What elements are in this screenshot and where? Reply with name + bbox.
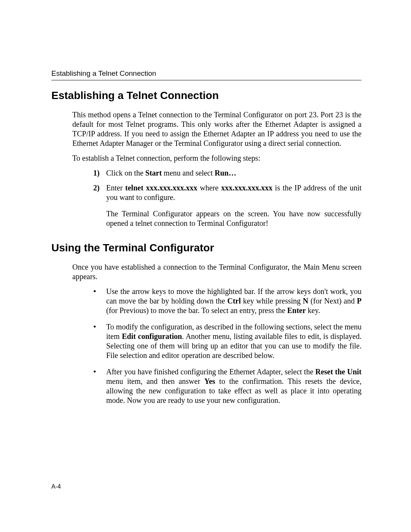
bold-run: P bbox=[357, 297, 362, 305]
step-number: 1) bbox=[93, 168, 106, 178]
bold-run: Enter bbox=[287, 306, 306, 315]
list-item: • Use the arrow keys to move the highlig… bbox=[93, 287, 362, 315]
bold-run: Run… bbox=[215, 169, 236, 177]
steps-list: 1) Click on the Start menu and select Ru… bbox=[93, 168, 362, 202]
page: Establishing a Telnet Connection Establi… bbox=[0, 0, 411, 532]
bullet-text: Use the arrow keys to move the highlight… bbox=[106, 287, 362, 315]
bold-run: N bbox=[303, 297, 308, 305]
bullet-text: After you have finished configuring the … bbox=[106, 367, 362, 405]
text-run: menu item, and then answer bbox=[106, 377, 204, 385]
bullet-icon: • bbox=[93, 367, 106, 405]
page-number: A-4 bbox=[51, 483, 61, 490]
text-run: menu and select bbox=[162, 169, 215, 177]
section1-body: This method opens a Telnet connection to… bbox=[72, 110, 362, 228]
header-rule bbox=[51, 80, 362, 80]
bullet-list: • Use the arrow keys to move the highlig… bbox=[93, 287, 362, 405]
text-run: where bbox=[198, 184, 221, 192]
bold-run: xxx.xxx.xxx.xxx bbox=[221, 184, 272, 192]
bullet-text: To modify the configuration, as describe… bbox=[106, 322, 362, 360]
step-item: 1) Click on the Start menu and select Ru… bbox=[93, 168, 362, 178]
text-run: (for Next) and bbox=[308, 297, 357, 305]
text-run: Enter bbox=[106, 184, 125, 192]
step-text: Click on the Start menu and select Run… bbox=[106, 168, 362, 178]
bold-run: Ctrl bbox=[227, 297, 241, 305]
text-run: After you have finished configuring the … bbox=[106, 367, 315, 376]
section-heading-terminal: Using the Terminal Configurator bbox=[51, 242, 362, 254]
list-item: • To modify the configuration, as descri… bbox=[93, 322, 362, 360]
section2-intro: Once you have established a connection t… bbox=[72, 262, 362, 281]
list-item: • After you have finished configuring th… bbox=[93, 367, 362, 405]
step-item: 2) Enter telnet xxx.xxx.xxx.xxx where xx… bbox=[93, 183, 362, 202]
step-number: 2) bbox=[93, 183, 106, 202]
bold-run: Yes bbox=[204, 377, 215, 385]
text-run: Click on the bbox=[106, 169, 145, 177]
bold-run: Reset the Unit bbox=[315, 367, 362, 376]
section1-intro: This method opens a Telnet connection to… bbox=[72, 110, 362, 148]
section1-lead-in: To establish a Telnet connection, perfor… bbox=[72, 153, 362, 163]
bold-run: Start bbox=[145, 169, 162, 177]
text-run: key. bbox=[306, 306, 320, 315]
step-text: Enter telnet xxx.xxx.xxx.xxx where xxx.x… bbox=[106, 183, 362, 202]
running-header: Establishing a Telnet Connection bbox=[51, 69, 362, 78]
bullet-icon: • bbox=[93, 287, 106, 315]
step-result: The Terminal Configurator appears on the… bbox=[106, 209, 362, 228]
bold-run: Edit configuration bbox=[122, 332, 182, 340]
bullet-icon: • bbox=[93, 322, 106, 360]
text-run: (for Previous) to move the bar. To selec… bbox=[106, 306, 287, 315]
bold-run: telnet xxx.xxx.xxx.xxx bbox=[125, 184, 198, 192]
text-run: key while pressing bbox=[241, 297, 303, 305]
section-heading-telnet: Establishing a Telnet Connection bbox=[51, 89, 362, 102]
section2-body: Once you have established a connection t… bbox=[72, 262, 362, 405]
